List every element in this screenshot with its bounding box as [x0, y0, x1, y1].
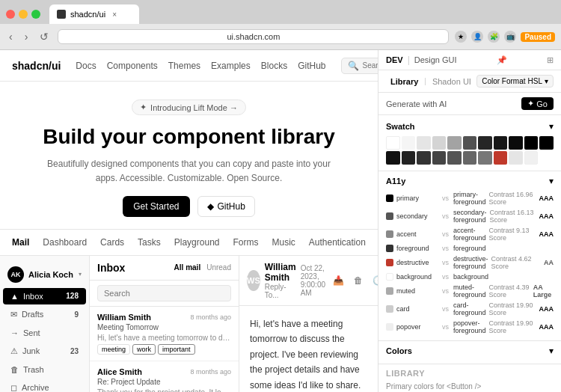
tab-close-button[interactable]: ×: [110, 10, 119, 19]
swatch-cell[interactable]: [402, 136, 416, 150]
swatch-cell[interactable]: [509, 136, 523, 150]
list-item[interactable]: Alice Smith 8 months ago Re: Project Upd…: [90, 361, 239, 392]
vs-label: vs: [442, 195, 449, 202]
email-list: Inbox All mail Unread William Smith 8 mo…: [90, 256, 239, 392]
nav-item-tasks[interactable]: Tasks: [138, 236, 161, 249]
swatch-cell[interactable]: [447, 136, 462, 150]
url-text: ui.shadcn.com: [227, 32, 280, 41]
email-nav-inbox[interactable]: ▲ Inbox 128: [3, 288, 86, 304]
active-tab[interactable]: shadcn/ui ×: [49, 4, 139, 24]
vs-label: vs: [442, 212, 449, 220]
accent-name: accent: [396, 230, 438, 238]
drafts-badge: 9: [74, 310, 79, 319]
swatch-cell[interactable]: [478, 136, 492, 150]
delete-action-button[interactable]: 🗑: [351, 274, 366, 287]
email-user: AK Alicia Koch ▾: [0, 262, 89, 287]
swatch-cell[interactable]: [494, 151, 508, 165]
lift-mode-icon: ✦: [140, 102, 147, 112]
cast-icon[interactable]: 📺: [504, 31, 516, 43]
email-subject: Meeting Tomorrow: [97, 323, 231, 331]
nav-docs[interactable]: Docs: [76, 61, 96, 71]
panel-grid-button[interactable]: ⊞: [547, 55, 554, 65]
clock-action-button[interactable]: 🕐: [370, 274, 378, 287]
swatch-cell[interactable]: [509, 151, 523, 165]
url-bar[interactable]: ui.shadcn.com: [58, 29, 449, 44]
nav-item-mail[interactable]: Mail: [12, 236, 29, 249]
panel-pin-button[interactable]: 📌: [497, 55, 507, 65]
minimize-button[interactable]: [19, 10, 28, 19]
swatch-cell[interactable]: [494, 136, 508, 150]
nav-item-cards[interactable]: Cards: [100, 236, 124, 249]
design-tab-library[interactable]: Library: [386, 76, 423, 88]
profile-icon[interactable]: 👤: [471, 31, 483, 43]
reload-button[interactable]: ↺: [37, 29, 52, 44]
swatch-cell[interactable]: [539, 136, 554, 150]
archive-action-button[interactable]: 📥: [330, 274, 347, 287]
email-preview: Thank you for the project update. It loo…: [97, 388, 231, 392]
nav-item-dashboard[interactable]: Dashboard: [43, 236, 87, 249]
nav-blocks[interactable]: Blocks: [261, 61, 287, 71]
email-view-avatar: WS: [247, 270, 260, 291]
archive-label: Archive: [22, 383, 49, 392]
email-search-input[interactable]: [97, 285, 231, 301]
design-tab-shadcn-ui[interactable]: Shadon UI: [428, 76, 476, 88]
email-view-from: William Smith: [265, 262, 296, 283]
chevron-down-icon: ▾: [549, 121, 554, 132]
vs-label: vs: [442, 259, 449, 266]
nav-item-authentication[interactable]: Authentication: [309, 236, 366, 249]
lift-mode-banner[interactable]: ✦ Introducing Lift Mode →: [132, 99, 246, 115]
extensions-icon[interactable]: 🧩: [488, 31, 500, 43]
email-nav-drafts[interactable]: ✉ Drafts 9: [3, 306, 86, 323]
swatch-cell[interactable]: [417, 136, 431, 150]
nav-item-forms[interactable]: Forms: [233, 236, 258, 249]
swatch-cell[interactable]: [463, 151, 477, 165]
close-button[interactable]: [6, 10, 15, 19]
foreground-name: foreground: [396, 245, 438, 252]
get-started-button[interactable]: Get Started: [123, 196, 189, 217]
bookmark-icon[interactable]: ★: [455, 31, 467, 43]
primary-name: primary: [396, 195, 438, 202]
go-button[interactable]: ✦ Go: [521, 97, 554, 110]
swatch-cell[interactable]: [417, 151, 431, 165]
swatch-cell[interactable]: [524, 136, 539, 150]
search-input[interactable]: [363, 61, 378, 70]
nav-item-music[interactable]: Music: [272, 236, 295, 249]
email-nav-trash[interactable]: 🗑 Trash: [3, 361, 86, 378]
email-nav-junk[interactable]: ⚠ Junk 23: [3, 343, 86, 360]
all-mail-tab[interactable]: All mail: [174, 263, 201, 272]
primary-swatch: [386, 195, 393, 202]
tag-meeting: meeting: [97, 344, 130, 355]
nav-components[interactable]: Components: [107, 61, 158, 71]
back-button[interactable]: ‹: [6, 29, 16, 44]
swatch-cell[interactable]: [386, 151, 400, 165]
panel-divider: |: [408, 55, 410, 65]
swatch-cell[interactable]: [447, 151, 462, 165]
contrast-row-card: card vs card-foreground Contrast 19.90 S…: [386, 300, 554, 318]
nav-examples[interactable]: Examples: [211, 61, 251, 71]
hero-title: Build your component library: [15, 124, 363, 150]
unread-tab[interactable]: Unread: [206, 263, 231, 272]
github-button[interactable]: ◆ GitHub: [197, 196, 255, 217]
swatch-cell[interactable]: [386, 136, 400, 150]
email-nav-sent[interactable]: → Sent: [3, 325, 86, 341]
search-bar[interactable]: 🔍 ⌘K: [341, 58, 378, 74]
swatch-cell[interactable]: [524, 151, 539, 165]
nav-github[interactable]: GitHub: [298, 61, 325, 71]
nav-item-playground[interactable]: Playground: [174, 236, 220, 249]
swatch-cell[interactable]: [463, 136, 477, 150]
email-nav-archive[interactable]: ◻ Archive: [3, 379, 86, 392]
swatch-cell[interactable]: [402, 151, 416, 165]
swatch-label: Swatch: [386, 122, 415, 131]
color-format-selector[interactable]: Color Format HSL ▾: [476, 75, 554, 88]
swatch-cell[interactable]: [432, 136, 447, 150]
github-mark-icon: ◆: [207, 201, 214, 212]
maximize-button[interactable]: [31, 10, 40, 19]
list-item[interactable]: William Smith 8 months ago Meeting Tomor…: [90, 307, 239, 361]
accent-swatch: [386, 230, 393, 238]
browser-chrome: shadcn/ui × ‹ › ↺ ui.shadcn.com ★ 👤 🧩 📺 …: [0, 0, 561, 50]
inbox-icon: ▲: [10, 292, 19, 301]
swatch-cell[interactable]: [432, 151, 447, 165]
nav-themes[interactable]: Themes: [168, 61, 200, 71]
swatch-cell[interactable]: [478, 151, 492, 165]
forward-button[interactable]: ›: [22, 29, 31, 44]
